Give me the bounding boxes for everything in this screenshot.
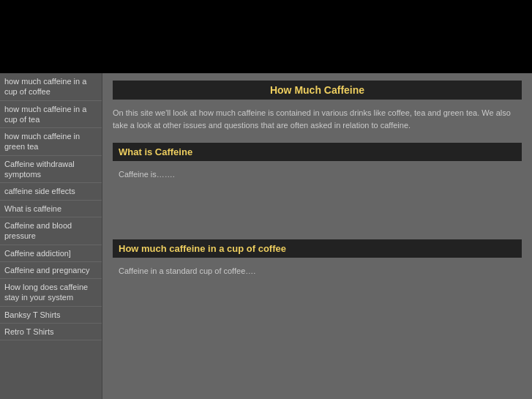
main-content: How Much Caffeine On this site we'll loo… xyxy=(102,73,532,399)
spacer xyxy=(113,195,522,239)
sidebar-item-5[interactable]: What is caffeine xyxy=(0,201,102,217)
section-what-is-caffeine: What is Caffeine Caffeine is……. xyxy=(113,143,522,184)
top-black-bar xyxy=(0,0,532,73)
sidebar-item-7[interactable]: Caffeine addiction] xyxy=(0,245,102,262)
sidebar-item-6[interactable]: Caffeine and blood pressure xyxy=(0,217,102,245)
sidebar: how much caffeine in a cup of coffeehow … xyxy=(0,73,102,399)
sidebar-item-11[interactable]: Retro T Shirts xyxy=(0,324,102,340)
sidebar-item-10[interactable]: Banksy T Shirts xyxy=(0,307,102,324)
main-layout: how much caffeine in a cup of coffeehow … xyxy=(0,73,532,399)
section-how-much-caffeine-coffee: How much caffeine in a cup of coffee Caf… xyxy=(113,239,522,280)
sidebar-item-9[interactable]: How long does caffeine stay in your syst… xyxy=(0,279,102,307)
section-title-what-is-caffeine: What is Caffeine xyxy=(113,143,522,161)
sidebar-item-8[interactable]: Caffeine and pregnancy xyxy=(0,262,102,279)
section-body-what-is-caffeine: Caffeine is……. xyxy=(113,165,522,184)
intro-text: On this site we'll look at how much caff… xyxy=(113,107,522,131)
section-title-coffee: How much caffeine in a cup of coffee xyxy=(113,239,522,258)
sidebar-item-1[interactable]: how much caffeine in a cup of tea xyxy=(0,101,102,129)
sidebar-item-0[interactable]: how much caffeine in a cup of coffee xyxy=(0,73,102,101)
page-title: How Much Caffeine xyxy=(270,84,364,96)
page-title-bar: How Much Caffeine xyxy=(113,81,522,100)
sidebar-item-4[interactable]: caffeine side effects xyxy=(0,183,102,200)
sidebar-item-2[interactable]: how much caffeine in green tea xyxy=(0,128,102,156)
sidebar-item-3[interactable]: Caffeine withdrawal symptoms xyxy=(0,156,102,184)
section-body-coffee: Caffeine in a standard cup of coffee…. xyxy=(113,262,522,280)
